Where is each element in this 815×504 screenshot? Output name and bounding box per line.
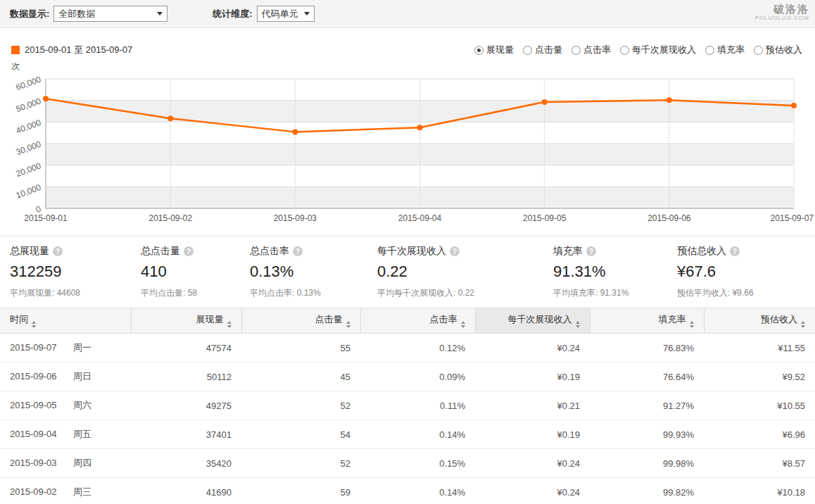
- svg-text:2015-09-06: 2015-09-06: [647, 213, 691, 223]
- watermark-subtitle: POLUOLUO.COM: [755, 15, 809, 21]
- summary-value: 410: [141, 263, 240, 281]
- svg-text:2015-09-01: 2015-09-01: [24, 213, 68, 223]
- impressions-chart: 010,00020,00030,00040,00050,00060,000201…: [0, 70, 815, 233]
- date-label: 2015-09-05: [10, 400, 73, 410]
- summary-average: 平均填充率: 91.31%: [553, 287, 667, 299]
- ctr-cell: 0.15%: [360, 449, 475, 478]
- watermark: 破洛洛 POLUOLUO.COM: [755, 3, 809, 21]
- radio-label: 展现量: [486, 44, 514, 56]
- sort-icon: [227, 321, 232, 328]
- summary-fill-rate: 填充率? 91.31% 平均填充率: 91.31%: [543, 245, 667, 299]
- ecpm-cell: ¥0.24: [475, 478, 590, 504]
- metric-radio[interactable]: 点击率: [571, 44, 611, 56]
- svg-text:2015-09-03: 2015-09-03: [274, 213, 317, 223]
- revenue-cell: ¥9.52: [704, 363, 815, 391]
- summary-value: ¥67.6: [677, 263, 808, 281]
- summary-ctr: 总点击率? 0.13% 平均点击率: 0.13%: [240, 245, 367, 299]
- table-row: 2015-09-05周六49275520.11%¥0.2191.27%¥10.5…: [0, 391, 815, 420]
- date-label: 2015-09-07: [10, 342, 73, 353]
- svg-text:2015-09-07: 2015-09-07: [771, 213, 814, 223]
- svg-text:20,000: 20,000: [15, 160, 43, 179]
- date-cell: 2015-09-02周三: [0, 478, 131, 504]
- summary-title: 总展现量: [10, 245, 49, 258]
- date-cell: 2015-09-07周一: [0, 334, 131, 363]
- column-header-label: 预估收入: [761, 314, 797, 325]
- summary-title: 预估总收入: [677, 245, 726, 258]
- ctr-cell: 0.12%: [360, 334, 475, 363]
- metric-radio[interactable]: 预估收入: [754, 44, 802, 56]
- dimension-select[interactable]: 代码单元: [257, 6, 315, 22]
- table-row: 2015-09-04周五37401540.14%¥0.1999.93%¥6.96: [0, 420, 815, 449]
- sort-icon: [690, 321, 694, 328]
- ecpm-cell: ¥0.19: [475, 363, 590, 391]
- help-icon[interactable]: ?: [450, 246, 460, 256]
- dimension-label: 统计维度:: [213, 8, 252, 20]
- revenue-cell: ¥11.55: [704, 334, 815, 363]
- summary-clicks: 总点击量? 410 平均点击量: 58: [131, 245, 240, 299]
- metric-radio[interactable]: 点击量: [523, 44, 562, 56]
- column-header[interactable]: 时间: [0, 308, 131, 334]
- ecpm-cell: ¥0.19: [475, 420, 590, 449]
- svg-text:2015-09-02: 2015-09-02: [149, 213, 192, 223]
- sort-icon: [346, 321, 350, 328]
- impressions-cell: 47574: [131, 334, 241, 363]
- radio-icon: [705, 46, 714, 55]
- clicks-cell: 54: [241, 420, 360, 449]
- weekday-label: 周四: [73, 458, 91, 468]
- column-header-label: 点击率: [430, 314, 457, 325]
- help-icon[interactable]: ?: [586, 246, 596, 256]
- help-icon[interactable]: ?: [184, 246, 194, 256]
- legend-swatch: [11, 46, 20, 54]
- impressions-cell: 50112: [131, 363, 241, 391]
- metric-radio[interactable]: 每千次展现收入: [620, 44, 696, 56]
- summary-average: 平均点击率: 0.13%: [250, 287, 367, 299]
- metric-radio-group: 展现量点击量点击率每千次展现收入填充率预估收入: [465, 44, 802, 56]
- column-header[interactable]: 点击量: [241, 308, 360, 334]
- sort-icon: [801, 321, 805, 328]
- impressions-cell: 49275: [131, 391, 241, 420]
- column-header[interactable]: 每千次展现收入: [475, 308, 590, 334]
- table-header-row: 时间展现量点击量点击率每千次展现收入填充率预估收入: [0, 308, 815, 334]
- column-header[interactable]: 展现量: [131, 308, 241, 334]
- column-header-label: 填充率: [659, 314, 686, 325]
- date-label: 2015-09-04: [10, 429, 73, 439]
- help-icon[interactable]: ?: [293, 246, 303, 256]
- help-icon[interactable]: ?: [53, 246, 63, 256]
- metric-radio[interactable]: 填充率: [705, 44, 745, 56]
- date-label: 2015-09-03: [10, 458, 73, 468]
- summary-average: 预估平均收入: ¥9.66: [677, 287, 808, 299]
- revenue-cell: ¥10.55: [704, 391, 815, 420]
- help-icon[interactable]: ?: [730, 246, 740, 256]
- column-header[interactable]: 预估收入: [704, 308, 815, 334]
- svg-text:30,000: 30,000: [15, 139, 43, 158]
- data-display-select[interactable]: 全部数据: [53, 6, 168, 22]
- date-label: 2015-09-06: [10, 371, 73, 382]
- radio-icon: [754, 46, 763, 55]
- impressions-cell: 37401: [131, 420, 241, 449]
- table-row: 2015-09-07周一47574550.12%¥0.2476.83%¥11.5…: [0, 334, 815, 363]
- ctr-cell: 0.14%: [360, 478, 475, 504]
- line-chart-svg: 010,00020,00030,00040,00050,00060,000201…: [0, 70, 815, 231]
- revenue-cell: ¥6.96: [704, 420, 815, 449]
- table-row: 2015-09-02周三41690590.14%¥0.2499.82%¥10.1…: [0, 478, 815, 504]
- summary-value: 91.31%: [553, 263, 667, 281]
- column-header-label: 时间: [10, 314, 28, 325]
- radio-icon: [474, 46, 484, 55]
- radio-icon: [523, 46, 532, 55]
- sort-icon: [576, 321, 580, 328]
- weekday-label: 周一: [73, 342, 91, 353]
- y-axis-unit-label: 次: [0, 61, 815, 70]
- column-header[interactable]: 填充率: [590, 308, 704, 334]
- summary-impressions: 总展现量? 312259 平均展现量: 44608: [0, 245, 131, 299]
- date-label: 2015-09-02: [10, 486, 73, 497]
- radio-label: 填充率: [717, 44, 745, 56]
- table-row: 2015-09-03周四35420520.15%¥0.2499.98%¥8.57: [0, 449, 815, 478]
- chevron-down-icon: [157, 12, 163, 15]
- ecpm-cell: ¥0.21: [475, 391, 590, 420]
- column-header[interactable]: 点击率: [360, 308, 475, 334]
- summary-average: 平均点击量: 58: [141, 287, 240, 299]
- fill-cell: 99.82%: [590, 478, 704, 504]
- ctr-cell: 0.11%: [360, 391, 475, 420]
- legend-row: 2015-09-01 至 2015-09-07 展现量点击量点击率每千次展现收入…: [0, 44, 815, 56]
- metric-radio[interactable]: 展现量: [474, 44, 514, 56]
